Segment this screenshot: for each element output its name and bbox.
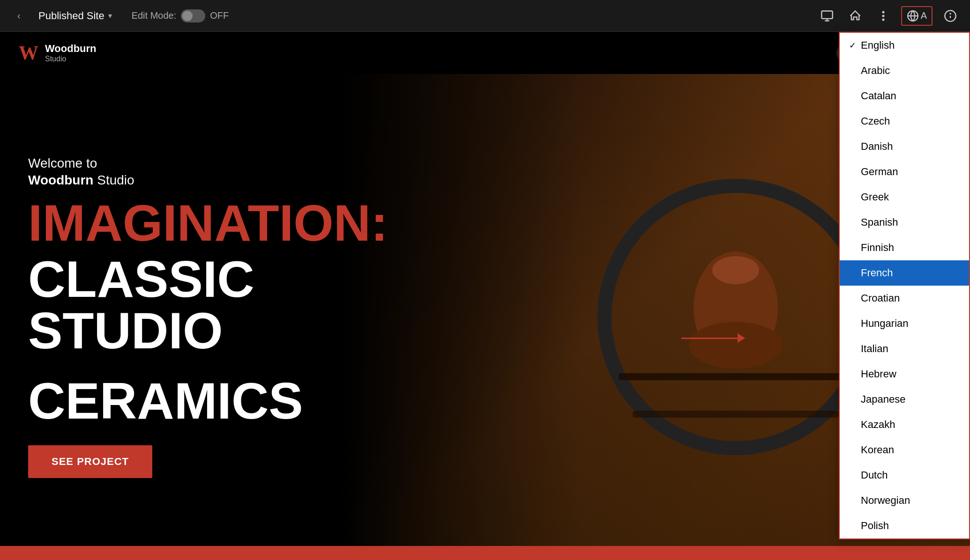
published-site-label: Published Site <box>38 10 104 22</box>
info-icon-button[interactable] <box>940 6 961 26</box>
dropdown-caret-icon: ▾ <box>108 11 112 20</box>
language-option-greek[interactable]: ✓Greek <box>840 184 969 210</box>
hero-section: Welcome to Woodburn Studio IMAGINATION: … <box>0 74 970 560</box>
site-logo: W Woodburn Studio <box>19 42 97 64</box>
logo-text: Woodburn Studio <box>45 43 97 63</box>
svg-point-13 <box>712 256 759 284</box>
back-button[interactable]: ‹ <box>9 7 28 25</box>
bottom-bar <box>0 546 970 560</box>
language-option-polish[interactable]: ✓Polish <box>840 513 969 538</box>
language-option-english[interactable]: ✓English <box>840 33 969 58</box>
edit-mode-toggle[interactable] <box>181 9 205 22</box>
translate-label: A <box>921 10 927 21</box>
language-option-kazakh[interactable]: ✓Kazakh <box>840 412 969 437</box>
studio-heading: STUDIO <box>28 305 388 356</box>
edit-mode-label: Edit Mode: <box>132 10 177 21</box>
see-project-button[interactable]: SEE PROJECT <box>28 445 152 478</box>
check-icon: ✓ <box>849 40 856 51</box>
language-button[interactable]: A <box>901 6 933 26</box>
language-option-dutch[interactable]: ✓Dutch <box>840 463 969 488</box>
language-option-norwegian[interactable]: ✓Norwegian <box>840 488 969 513</box>
language-option-danish[interactable]: ✓Danish <box>840 134 969 159</box>
studio-tagline: Woodburn Studio <box>28 173 388 188</box>
preview-icon-button[interactable] <box>817 6 837 26</box>
language-option-hungarian[interactable]: ✓Hungarian <box>840 311 969 336</box>
language-option-german[interactable]: ✓German <box>840 159 969 184</box>
language-option-catalan[interactable]: ✓Catalan <box>840 83 969 109</box>
arrow-head <box>738 333 745 343</box>
language-option-hebrew[interactable]: ✓Hebrew <box>840 361 969 387</box>
red-arrow-indicator <box>681 333 745 343</box>
ceramic-decoration <box>595 177 876 457</box>
language-option-italian[interactable]: ✓Italian <box>840 336 969 361</box>
toggle-thumb <box>182 11 193 21</box>
logo-name: Woodburn <box>45 43 97 55</box>
woodburn-bold: Woodburn <box>28 173 93 187</box>
toolbar: ‹ Published Site ▾ Edit Mode: OFF <box>0 0 970 32</box>
language-option-japanese[interactable]: ✓Japanese <box>840 387 969 412</box>
svg-point-5 <box>882 18 884 21</box>
language-option-arabic[interactable]: ✓Arabic <box>840 58 969 83</box>
edit-mode-off-label: OFF <box>210 10 229 21</box>
published-site-button[interactable]: Published Site ▾ <box>33 7 118 25</box>
studio-rest: Studio <box>93 173 134 187</box>
language-option-spanish[interactable]: ✓Spanish <box>840 210 969 235</box>
imagination-heading: IMAGINATION: <box>28 197 388 249</box>
svg-point-3 <box>882 11 884 13</box>
svg-rect-0 <box>821 11 832 18</box>
language-dropdown: ✓English✓Arabic✓Catalan✓Czech✓Danish✓Ger… <box>839 32 970 539</box>
ceramics-heading: CERAMICS <box>28 375 388 427</box>
language-option-czech[interactable]: ✓Czech <box>840 109 969 134</box>
language-option-croatian[interactable]: ✓Croatian <box>840 286 969 311</box>
language-option-finnish[interactable]: ✓Finnish <box>840 235 969 260</box>
home-icon-button[interactable] <box>845 6 866 26</box>
hero-content: Welcome to Woodburn Studio IMAGINATION: … <box>0 137 416 497</box>
toolbar-right: A <box>817 6 961 26</box>
site-area: W Woodburn Studio ☰ Welcome to <box>0 32 970 560</box>
logo-w-letter: W <box>19 42 38 64</box>
svg-rect-15 <box>619 373 853 380</box>
classic-heading: CLASSIC <box>28 253 388 305</box>
logo-sub: Studio <box>45 55 97 63</box>
svg-point-4 <box>882 15 884 17</box>
svg-point-14 <box>689 322 783 368</box>
arrow-line <box>681 338 738 339</box>
language-option-french[interactable]: ✓French <box>840 260 969 286</box>
svg-rect-16 <box>633 411 839 418</box>
edit-mode-section: Edit Mode: OFF <box>132 9 229 22</box>
site-nav: W Woodburn Studio ☰ <box>0 32 970 74</box>
welcome-text: Welcome to <box>28 156 388 171</box>
more-options-icon-button[interactable] <box>873 6 894 26</box>
toolbar-left: ‹ Published Site ▾ Edit Mode: OFF <box>9 7 229 25</box>
language-option-korean[interactable]: ✓Korean <box>840 437 969 463</box>
